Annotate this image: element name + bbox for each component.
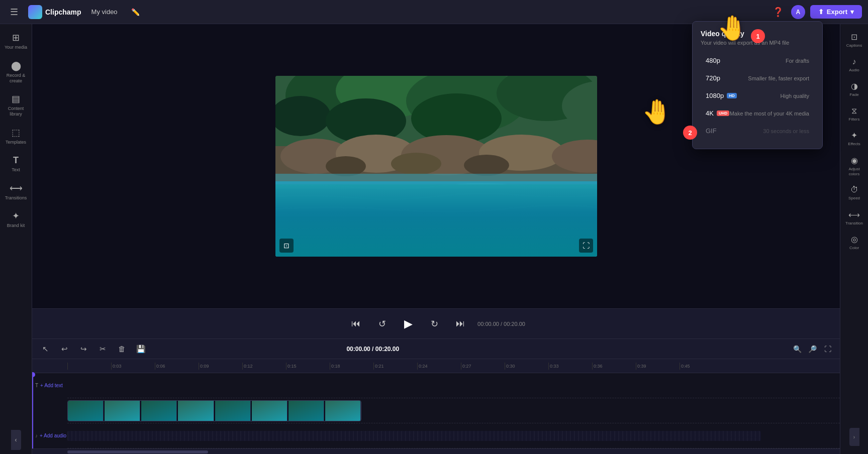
undo-button[interactable]: ↩ [57, 342, 71, 356]
delete-button[interactable]: 🗑 [115, 342, 129, 356]
audio-track-icon: ♪ [35, 433, 38, 438]
rs-label-speed: Speed [848, 196, 860, 201]
add-text-button[interactable]: + Add text [40, 383, 63, 388]
transition-icon: ⟷ [848, 210, 860, 219]
sidebar-label-transitions: Transitions [5, 195, 27, 201]
timeline-tracks[interactable]: 0:03 0:06 0:09 0:12 0:15 0:18 0:21 0:24 … [32, 359, 840, 454]
ruler-mark-3: 0:09 [199, 363, 242, 370]
time-display: 00:00.00 / 00:20.00 [477, 321, 525, 327]
speed-icon: ⏱ [850, 185, 858, 194]
quality-option-1080p[interactable]: 1080p HD High quality [701, 88, 814, 103]
skip-back-button[interactable]: ⏮ [347, 315, 365, 333]
export-button[interactable]: ⬆ Export ▾ [810, 5, 862, 19]
sidebar-item-templates[interactable]: ⬚ Templates [2, 123, 30, 149]
hamburger-button[interactable]: ☰ [6, 4, 22, 20]
rename-icon[interactable]: ✏️ [128, 4, 144, 20]
clip-thumb-5 [215, 401, 251, 421]
captions-icon: ⊡ [851, 32, 857, 42]
save-button[interactable]: 💾 [134, 342, 148, 356]
rs-item-captions[interactable]: ⊡ Captions [842, 28, 867, 52]
rs-label-effects: Effects [848, 142, 860, 147]
sidebar-item-brand-kit[interactable]: ✦ Brand kit [2, 206, 30, 233]
select-tool-button[interactable]: ↖ [38, 342, 52, 356]
play-button[interactable]: ▶ [399, 315, 417, 333]
quality-option-gif[interactable]: GIF 30 seconds or less [701, 123, 814, 139]
right-sidebar-collapse-button[interactable]: › [849, 428, 859, 446]
rs-item-transition[interactable]: ⟷ Transition [842, 206, 867, 230]
rs-item-audio[interactable]: ♪ Audio [842, 53, 867, 77]
rs-item-fade[interactable]: ◑ Fade [842, 77, 867, 101]
fit-button[interactable]: ⛶ [822, 343, 834, 355]
project-name[interactable]: My video [87, 7, 122, 17]
video-clip-strip[interactable] [67, 400, 361, 421]
add-audio-button[interactable]: + Add audio [40, 433, 66, 438]
quality-option-720p[interactable]: 720p Smaller file, faster export [701, 70, 814, 86]
app-name: Clipchamp [45, 8, 81, 16]
rewind-button[interactable]: ↺ [373, 315, 391, 333]
ruler-mark-8: 0:24 [417, 363, 461, 370]
sidebar-item-record-create[interactable]: ⬤ Record & create [2, 56, 30, 88]
rs-item-adjust-colors[interactable]: ◉ Adjust colors [842, 152, 867, 180]
quality-name-480p: 480p [706, 57, 720, 64]
ruler-mark-13: 0:39 [636, 363, 680, 370]
rs-label-transition: Transition [845, 221, 863, 226]
zoom-out-button[interactable]: 🔍 [792, 343, 804, 355]
quality-left-4k: 4K UHD [706, 109, 729, 117]
your-media-icon: ⊞ [12, 32, 20, 43]
adjust-colors-icon: ◉ [851, 156, 858, 165]
forward-button[interactable]: ↻ [425, 315, 443, 333]
rs-item-color[interactable]: ◎ Color [842, 231, 867, 255]
ruler-mark-9: 0:27 [461, 363, 505, 370]
sidebar-item-transitions[interactable]: ⟷ Transitions [2, 179, 30, 205]
svg-rect-21 [275, 174, 597, 189]
ruler-mark-5: 0:15 [286, 363, 330, 370]
rs-item-speed[interactable]: ⏱ Speed [842, 181, 867, 205]
rs-label-captions: Captions [846, 43, 862, 48]
redo-button[interactable]: ↪ [76, 342, 90, 356]
export-label: Export [827, 8, 847, 16]
rs-item-filters[interactable]: ⧖ Filters [842, 102, 867, 126]
audio-waveform [67, 431, 761, 441]
video-quality-dropdown: Video quality Your video will export as … [692, 21, 823, 149]
clip-thumb-6 [252, 401, 287, 421]
sidebar-label-text: Text [12, 167, 20, 173]
record-create-icon: ⬤ [11, 60, 21, 71]
rs-label-color: Color [849, 246, 859, 251]
svg-rect-18 [275, 181, 597, 257]
playhead[interactable] [32, 373, 33, 448]
zoom-in-button[interactable]: 🔎 [807, 343, 819, 355]
topbar: ☰ Clipchamp My video ✏️ ❓ A ⬆ Export ▾ [0, 0, 868, 24]
ruler-mark-1: 0:03 [111, 363, 155, 370]
video-track-row [67, 398, 840, 423]
skip-forward-button[interactable]: ⏭ [451, 315, 469, 333]
rs-item-effects[interactable]: ✦ Effects [842, 127, 867, 151]
sidebar-item-text[interactable]: T Text [2, 151, 30, 177]
sidebar-item-content-library[interactable]: ▤ Content library [2, 89, 30, 121]
scrollbar-thumb[interactable] [67, 450, 208, 453]
quality-desc-480p: For drafts [786, 58, 809, 64]
fullscreen-button[interactable]: ⛶ [579, 239, 593, 253]
cut-button[interactable]: ✂ [95, 342, 110, 356]
quality-option-4k[interactable]: 4K UHD Make the most of your 4K media [701, 105, 814, 121]
svg-rect-19 [275, 196, 597, 257]
sidebar-item-your-media[interactable]: ⊞ Your media [2, 28, 30, 54]
ruler-mark-2: 0:06 [155, 363, 199, 370]
ruler-mark-12: 0:36 [592, 363, 636, 370]
clip-thumb-2 [105, 401, 140, 421]
templates-icon: ⬚ [12, 127, 20, 138]
quality-name-720p: 720p [706, 74, 720, 82]
sidebar-collapse-button[interactable]: ‹ [11, 430, 21, 450]
quality-option-480p[interactable]: 480p For drafts [701, 53, 814, 68]
user-avatar[interactable]: A [791, 5, 805, 19]
badge-hd: HD [727, 93, 737, 98]
help-button[interactable]: ❓ [770, 4, 786, 20]
rs-label-adjust-colors: Adjust colors [844, 167, 865, 176]
topbar-left: ☰ Clipchamp My video ✏️ [6, 4, 144, 20]
clipchamp-logo-icon [28, 5, 42, 19]
video-scene-svg [275, 76, 597, 257]
crop-button[interactable]: ⊡ [279, 239, 294, 253]
quality-desc-4k: Make the most of your 4K media [730, 110, 809, 117]
quality-left-gif: GIF [706, 127, 717, 135]
svg-rect-20 [275, 216, 597, 257]
timeline-scrollbar[interactable] [32, 448, 840, 454]
